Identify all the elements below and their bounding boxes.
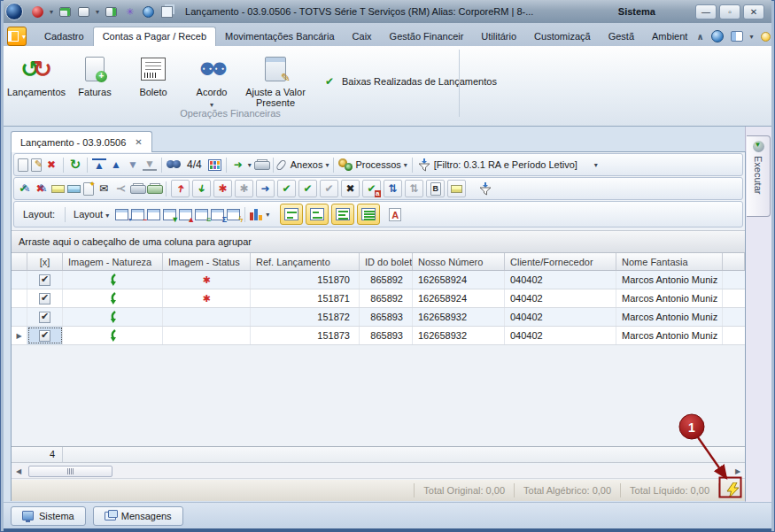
chart-icon[interactable] — [250, 209, 263, 220]
conditional-format-icon[interactable] — [227, 209, 240, 220]
layout-properties-icon[interactable] — [195, 209, 208, 220]
print-preview-icon[interactable] — [147, 183, 161, 194]
transfer-disabled-icon[interactable]: ⇅ — [405, 180, 423, 197]
layout-dropdown[interactable]: Layout ▾ — [74, 209, 109, 220]
new-record-icon[interactable] — [18, 158, 28, 172]
footer-panel-toggle[interactable] — [331, 204, 354, 225]
horizontal-scrollbar[interactable]: ◀ ▶ — [12, 465, 745, 479]
forward-icon[interactable]: ➜ — [256, 180, 275, 197]
approve-pen-icon[interactable]: ✔✎ — [18, 181, 32, 196]
scroll-right-icon[interactable]: ▶ — [731, 467, 745, 475]
note-small-icon[interactable] — [447, 180, 466, 197]
totals-icon[interactable] — [211, 209, 224, 220]
table-row-selected[interactable]: ▶ 151873 865893 162658932 040402 Marcos … — [12, 327, 745, 345]
transfer-icon[interactable]: ⇅ — [384, 180, 402, 197]
processos-dropdown-icon[interactable]: ▾ — [404, 161, 407, 169]
executar-side-tab[interactable]: Executar — [747, 135, 771, 217]
tab-customizaca[interactable]: Customizaçã — [525, 27, 600, 46]
cheque-icon[interactable] — [67, 185, 81, 193]
restore-button[interactable]: ▫ — [719, 4, 740, 19]
next-record-icon[interactable]: ▼ — [126, 158, 140, 172]
layout-panel-icon[interactable] — [731, 31, 743, 42]
window-dropdown-icon[interactable]: ▾ — [96, 8, 99, 16]
cancel-confirm-icon[interactable]: ✖ — [341, 180, 360, 197]
table-row[interactable]: ✱ 151871 865892 162658924 040402 Marcos … — [12, 289, 745, 308]
col-header-checkbox[interactable]: [x] — [27, 253, 63, 270]
auto-confirm-icon[interactable]: ✔ — [362, 180, 381, 197]
yellow-note-icon[interactable] — [51, 185, 65, 193]
tab-gestao-financeir[interactable]: Gestão Financeir — [381, 27, 473, 46]
theme-icon[interactable]: ✳ — [123, 6, 136, 18]
web-globe-icon[interactable] — [142, 6, 155, 18]
row-checkbox[interactable] — [39, 274, 50, 286]
do-baixa-icon[interactable]: ➜ — [192, 180, 211, 197]
delete-record-icon[interactable]: ✖ — [44, 158, 58, 172]
confirm-icon[interactable]: ✔ — [277, 180, 296, 197]
edit-record-icon[interactable] — [31, 158, 42, 172]
last-record-icon[interactable]: ▼ — [143, 158, 157, 171]
delete-layout-icon[interactable] — [131, 209, 144, 220]
auto-width-toggle[interactable] — [357, 204, 380, 225]
app-orb-icon[interactable] — [5, 3, 23, 20]
group-panel-toggle[interactable] — [306, 204, 329, 225]
col-header-cliente-fornecedor[interactable]: Cliente/Fornecedor — [505, 253, 616, 270]
print2-icon[interactable] — [130, 183, 144, 194]
close-tab-icon[interactable]: ✕ — [135, 137, 142, 147]
font-style-icon[interactable]: A — [389, 208, 401, 221]
quick-filter-icon[interactable] — [478, 181, 492, 196]
context-tab-label[interactable]: Sistema — [618, 6, 655, 17]
print-icon[interactable] — [254, 159, 268, 170]
window-icon[interactable] — [77, 6, 90, 18]
filter-icon[interactable] — [417, 158, 431, 172]
search-icon[interactable] — [167, 160, 181, 169]
confirm-partial-icon[interactable]: ✔ — [298, 180, 317, 197]
col-header-nome-fantasia[interactable]: Nome Fantasia — [616, 253, 723, 270]
b-document-icon[interactable] — [426, 180, 445, 197]
minimize-button[interactable]: — — [695, 4, 717, 19]
undo-baixa-icon[interactable]: ➜ — [171, 180, 190, 197]
scroll-left-icon[interactable]: ◀ — [12, 467, 26, 475]
application-menu-button[interactable]: ▾ — [7, 27, 27, 46]
mensagens-dock-button[interactable]: Mensagens — [93, 506, 183, 526]
tab-ambient[interactable]: Ambient — [643, 27, 696, 46]
col-header-imagem-status[interactable]: Imagem - Status — [163, 253, 251, 270]
reject-pen-icon[interactable]: ✖✎ — [35, 181, 49, 196]
col-header-id-boleto[interactable]: ID do boleto — [360, 253, 413, 270]
col-header-nosso-numero[interactable]: Nosso Número — [413, 253, 505, 270]
tab-contas-a-pagar-receb[interactable]: Contas a Pagar / Receb — [93, 27, 216, 46]
cancel-active-icon[interactable]: ✱ — [213, 180, 232, 197]
copy-icon[interactable] — [160, 6, 174, 18]
lancamentos-button[interactable]: ↺↻ Lançamentos — [7, 50, 66, 119]
help-globe-icon[interactable] — [711, 30, 724, 42]
processos-button[interactable]: Processos — [355, 159, 400, 170]
filter-selector[interactable]: [Filtro: 0.3.1 RA e Período Letivo] — [434, 159, 577, 170]
anexos-dropdown-icon[interactable]: ▾ — [325, 161, 329, 169]
sistema-dock-button[interactable]: Sistema — [11, 506, 86, 526]
refresh-icon[interactable]: ↻ — [68, 158, 82, 172]
cancel-inactive-icon[interactable]: ✱ — [235, 180, 253, 197]
first-record-icon[interactable]: ▲ — [92, 158, 106, 171]
previous-record-icon[interactable]: ▲ — [109, 158, 123, 172]
tab-utilitario[interactable]: Utilitário — [472, 27, 525, 46]
default-layout-icon[interactable] — [147, 209, 160, 220]
export-icon[interactable]: ➜ — [231, 158, 245, 172]
column-chooser-icon[interactable] — [208, 159, 221, 171]
col-header-imagem-natureza[interactable]: Imagem - Natureza — [63, 253, 163, 270]
table-row[interactable]: ✱ 151870 865892 162658924 040402 Marcos … — [12, 271, 745, 289]
share-structure-icon[interactable]: Y — [113, 181, 128, 196]
preview-row-toggle[interactable] — [280, 204, 303, 225]
chart-dropdown-icon[interactable]: ▾ — [266, 211, 269, 219]
row-checkbox[interactable] — [39, 312, 50, 323]
copy-record-icon[interactable] — [83, 182, 94, 196]
anexos-button[interactable]: Anexos — [291, 159, 323, 170]
tab-cadastro[interactable]: Cadastro — [35, 27, 93, 46]
save-layout-icon[interactable] — [115, 209, 128, 220]
tips-bulb-icon[interactable] — [761, 32, 771, 42]
row-checkbox[interactable] — [39, 293, 50, 305]
tab-gesta[interactable]: Gestã — [600, 27, 643, 46]
confirm-disabled-icon[interactable]: ✔ — [320, 180, 338, 197]
close-button[interactable]: ✕ — [743, 4, 764, 19]
export-dropdown-icon[interactable]: ▾ — [248, 161, 252, 169]
mail-icon[interactable]: ✉ — [97, 181, 111, 196]
tab-caix[interactable]: Caix — [344, 27, 381, 46]
